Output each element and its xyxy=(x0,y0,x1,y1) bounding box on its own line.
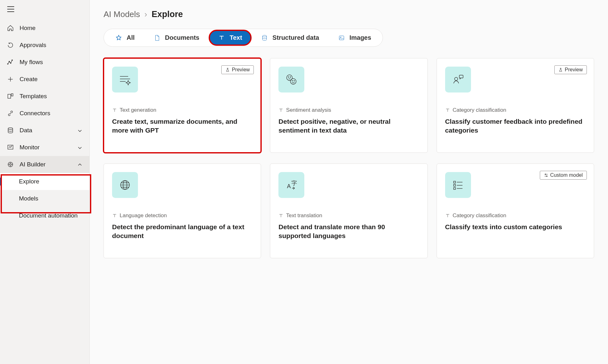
sidebar-item-data[interactable]: Data xyxy=(0,122,89,139)
text-icon xyxy=(112,108,117,113)
svg-rect-29 xyxy=(459,75,463,78)
card-custom-classification[interactable]: Custom model Category classification Cla… xyxy=(437,164,594,258)
card-text-translation[interactable]: A字 Text translation Detect and translate… xyxy=(270,164,427,258)
translate-icon: A字 xyxy=(278,172,304,198)
hamburger-menu[interactable] xyxy=(0,2,89,20)
card-category: Text translation xyxy=(278,212,419,219)
card-language-detection[interactable]: Language detection Detect the predominan… xyxy=(104,164,261,258)
svg-rect-17 xyxy=(339,36,344,40)
text-icon xyxy=(278,213,283,218)
connectors-icon xyxy=(7,110,14,117)
card-title: Detect positive, negative, or neutral se… xyxy=(278,117,419,135)
card-grid-row2: Language detection Detect the predominan… xyxy=(104,164,594,258)
filter-all[interactable]: All xyxy=(106,30,144,45)
sidebar-item-monitor[interactable]: Monitor xyxy=(0,139,89,156)
svg-text:字: 字 xyxy=(291,180,297,186)
faces-icon xyxy=(278,67,304,92)
filter-label: Images xyxy=(349,34,371,41)
svg-point-24 xyxy=(288,77,289,77)
flask-icon xyxy=(225,68,230,72)
badge-label: Preview xyxy=(565,67,583,73)
svg-point-28 xyxy=(455,77,458,81)
sidebar-item-label: Data xyxy=(20,127,32,134)
filter-images[interactable]: Images xyxy=(329,30,380,45)
filter-text[interactable]: Text xyxy=(209,30,251,45)
svg-point-26 xyxy=(292,81,293,81)
sidebar-sub-docauto[interactable]: Document automation xyxy=(0,207,89,224)
card-grid-row1: Preview Text generation Create text, sum… xyxy=(104,58,594,153)
sidebar-item-templates[interactable]: Templates xyxy=(0,88,89,105)
sidebar-item-myflows[interactable]: My flows xyxy=(0,54,89,71)
home-icon xyxy=(7,25,14,32)
sidebar-item-label: Connectors xyxy=(20,110,50,117)
filter-label: All xyxy=(127,34,135,41)
svg-point-25 xyxy=(290,77,291,77)
svg-point-27 xyxy=(294,81,295,81)
flows-icon xyxy=(7,59,14,66)
text-icon xyxy=(445,108,450,113)
card-category: Category classification xyxy=(445,212,586,219)
chevron-down-icon xyxy=(77,145,82,150)
svg-rect-9 xyxy=(8,94,11,98)
chevron-up-icon xyxy=(77,162,82,167)
svg-rect-35 xyxy=(454,181,456,183)
database-icon xyxy=(261,34,268,41)
sidebar-item-label: Monitor xyxy=(20,144,39,151)
text-icon xyxy=(445,213,450,218)
breadcrumb-parent[interactable]: AI Models xyxy=(104,9,140,19)
sidebar-sub-label: Explore xyxy=(19,178,39,185)
chevron-down-icon xyxy=(77,128,82,133)
badge-label: Custom model xyxy=(550,172,583,178)
preview-badge: Preview xyxy=(221,65,254,74)
svg-point-12 xyxy=(8,128,13,130)
svg-point-6 xyxy=(12,60,13,61)
svg-rect-36 xyxy=(454,184,456,186)
sidebar-item-create[interactable]: Create xyxy=(0,71,89,88)
sidebar-sub-models[interactable]: Models xyxy=(0,190,89,207)
sidebar-item-connectors[interactable]: Connectors xyxy=(0,105,89,122)
card-category: Category classification xyxy=(445,107,586,113)
sidebar-item-label: Templates xyxy=(20,93,47,100)
sidebar-item-home[interactable]: Home xyxy=(0,20,89,37)
sidebar-item-label: AI Builder xyxy=(20,161,45,168)
card-sentiment-analysis[interactable]: Sentiment analysis Detect positive, nega… xyxy=(270,58,427,153)
svg-text:A: A xyxy=(287,183,291,189)
text-icon xyxy=(112,213,117,218)
sidebar-sub-label: Models xyxy=(19,195,38,202)
filter-structured[interactable]: Structured data xyxy=(252,30,328,45)
monitor-icon xyxy=(7,144,14,151)
document-icon xyxy=(154,34,161,41)
sparkle-lines-icon xyxy=(112,67,138,92)
sliders-icon xyxy=(544,173,548,177)
plus-icon xyxy=(7,76,14,83)
data-icon xyxy=(7,127,14,134)
svg-point-22 xyxy=(287,75,292,81)
sidebar: Home Approvals My flows Create Templates… xyxy=(0,0,90,364)
aibuilder-icon xyxy=(7,161,14,168)
sidebar-item-label: Create xyxy=(20,76,38,83)
breadcrumb: AI Models › Explore xyxy=(104,9,594,19)
sidebar-sub-explore[interactable]: Explore xyxy=(0,173,89,190)
card-title: Detect and translate more than 90 suppor… xyxy=(278,223,419,241)
card-category: Sentiment analysis xyxy=(278,107,419,113)
card-text-generation[interactable]: Preview Text generation Create text, sum… xyxy=(104,58,261,153)
sidebar-item-approvals[interactable]: Approvals xyxy=(0,37,89,54)
card-category-classification[interactable]: Preview Category classification Classify… xyxy=(437,58,594,153)
sidebar-sub-label: Document automation xyxy=(19,212,78,219)
sidebar-item-aibuilder[interactable]: AI Builder xyxy=(0,156,89,173)
sidebar-item-label: My flows xyxy=(20,59,43,66)
globe-icon xyxy=(112,172,138,198)
badge-label: Preview xyxy=(232,67,250,73)
text-icon xyxy=(278,108,283,113)
filter-label: Documents xyxy=(165,34,200,41)
card-title: Classify texts into custom categories xyxy=(445,223,586,231)
filter-documents[interactable]: Documents xyxy=(145,30,208,45)
sidebar-item-label: Home xyxy=(20,25,36,32)
filter-bar: All Documents Text Structured data Image… xyxy=(104,29,383,47)
preview-badge: Preview xyxy=(554,65,587,74)
svg-line-11 xyxy=(9,112,11,114)
star-icon xyxy=(115,34,122,41)
breadcrumb-current: Explore xyxy=(152,9,183,19)
image-icon xyxy=(338,34,345,41)
card-title: Classify customer feedback into predefin… xyxy=(445,117,586,135)
